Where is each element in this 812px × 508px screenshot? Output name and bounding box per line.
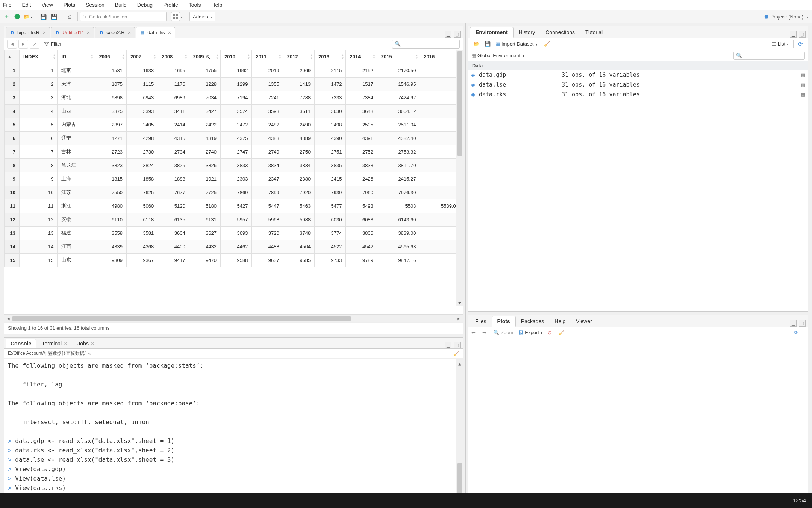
hscroll-thumb[interactable] (12, 316, 351, 321)
menu-build[interactable]: Build (115, 2, 127, 8)
col-id[interactable]: ID▲▼ (58, 50, 95, 64)
menu-debug[interactable]: Debug (137, 2, 153, 8)
new-file-button[interactable]: ＋ (2, 12, 11, 21)
view-table-icon[interactable]: ▦ (801, 91, 805, 98)
save-workspace-icon[interactable]: 💾 (483, 40, 492, 49)
menu-help[interactable]: Help (212, 2, 223, 8)
maximize-pane-icon[interactable]: ▢ (799, 320, 806, 327)
table-row[interactable]: 55内蒙古23972405241424222472248224902498250… (5, 118, 463, 131)
layout-grid-caret[interactable] (181, 14, 183, 20)
close-icon[interactable]: × (64, 341, 67, 347)
row-number-header[interactable]: ▴ (5, 50, 20, 64)
view-table-icon[interactable]: ▦ (801, 81, 805, 88)
tab-viewer[interactable]: Viewer (571, 316, 597, 327)
table-row[interactable]: 44山西337533933411342735743593361136303648… (5, 104, 463, 118)
vscroll-thumb[interactable] (457, 463, 462, 497)
table-hscroll[interactable]: ◄ ► (4, 314, 463, 322)
print-button[interactable]: 🖨 (65, 12, 74, 21)
table-row[interactable]: 88黑龙江38233824382538263833383438343835383… (5, 158, 463, 172)
goto-file-input[interactable]: ↪ Go to file/function (80, 12, 167, 21)
col-2011[interactable]: 2011▲▼ (252, 50, 283, 64)
tab-data-rks[interactable]: ▦ data.rks × (136, 27, 175, 38)
menu-session[interactable]: Session (86, 2, 105, 8)
minimize-pane-icon[interactable]: ▁ (790, 31, 797, 38)
vscroll-down-icon[interactable]: ▼ (456, 301, 463, 305)
console-vscroll[interactable]: ▲▼ (456, 359, 463, 504)
nav-back-button[interactable]: ◄ (7, 40, 17, 49)
col-2007[interactable]: 2007▲▼ (126, 50, 158, 64)
menu-plots[interactable]: Plots (64, 2, 75, 8)
console-output[interactable]: The following objects are masked from ‘p… (4, 359, 463, 504)
refresh-env-icon[interactable]: ⟳ (796, 40, 805, 49)
plot-prev-button[interactable]: ⬅ (471, 330, 477, 335)
hscroll-left-icon[interactable]: ◄ (4, 316, 12, 321)
tab-console[interactable]: Console (6, 339, 36, 348)
addins-button[interactable]: Addins (189, 12, 215, 21)
tab-environment[interactable]: Environment (470, 27, 514, 38)
col-2006[interactable]: 2006▲▼ (95, 50, 126, 64)
col-2014[interactable]: 2014▲▼ (346, 50, 377, 64)
menu-file[interactable]: File (3, 2, 12, 8)
table-row[interactable]: 77吉林272327302734274027472749275027512752… (5, 145, 463, 158)
maximize-pane-icon[interactable]: ▢ (799, 31, 806, 38)
hscroll-right-icon[interactable]: ► (454, 316, 463, 321)
plot-clear-button[interactable]: 🧹 (559, 330, 566, 335)
menu-edit[interactable]: Edit (22, 2, 31, 8)
tab-help[interactable]: Help (549, 316, 571, 327)
save-button[interactable]: 💾 (39, 12, 48, 21)
expand-icon[interactable]: ◉ (471, 81, 477, 88)
minimize-pane-icon[interactable]: ▁ (445, 342, 451, 348)
close-icon[interactable]: × (91, 341, 94, 347)
col-2009[interactable]: 2009▲▼ (189, 50, 220, 64)
tab-files[interactable]: Files (470, 316, 492, 327)
table-row[interactable]: 1010江苏7550762576777725786978997920793979… (5, 186, 463, 199)
plot-refresh-button[interactable]: ⟳ (794, 330, 800, 335)
table-row[interactable]: 1212安徽6110611861356131595759685988603060… (5, 213, 463, 226)
col-2015[interactable]: 2015▲▼ (377, 50, 420, 64)
minimize-pane-icon[interactable]: ▁ (445, 31, 451, 38)
col-index[interactable]: INDEX▲▼ (20, 50, 58, 64)
close-icon[interactable]: × (168, 29, 171, 36)
vscroll-thumb[interactable] (457, 51, 462, 156)
clear-console-icon[interactable]: 🧹 (453, 351, 459, 356)
plot-remove-button[interactable]: ⊘ (548, 330, 553, 335)
new-project-button[interactable]: ⬣ (13, 12, 22, 21)
env-search-input[interactable]: 🔍 (733, 52, 805, 60)
env-item[interactable]: ◉data.gdp31 obs. of 16 variables▦ (468, 70, 808, 80)
table-row[interactable]: 1111浙江4980506051205180542754475463547754… (5, 199, 463, 213)
close-icon[interactable]: × (86, 29, 90, 36)
env-item[interactable]: ◉data.lse31 obs. of 16 variables▦ (468, 80, 808, 90)
popout-button[interactable]: ↗ (30, 40, 39, 49)
col-2010[interactable]: 2010▲▼ (221, 50, 252, 64)
tab-untitled1[interactable]: R Untitled1* × (51, 27, 94, 38)
save-all-button[interactable]: 💾 (49, 12, 58, 21)
maximize-pane-icon[interactable]: ▢ (454, 342, 461, 348)
table-row[interactable]: 1515山东9309936794179470958896379685973397… (5, 253, 463, 267)
close-icon[interactable]: × (128, 29, 131, 36)
tab-bipartite-r[interactable]: R bipartite.R × (6, 27, 50, 38)
menu-tools[interactable]: Tools (189, 2, 201, 8)
plot-export-button[interactable]: 🖼Export (518, 330, 542, 335)
vscroll-up-icon[interactable]: ▲ (456, 359, 463, 369)
env-view-list[interactable]: List (771, 41, 789, 47)
table-row[interactable]: 66辽宁427142984315431943754383438943904391… (5, 131, 463, 145)
col-2008[interactable]: 2008▲▼ (158, 50, 189, 64)
env-item[interactable]: ◉data.rks31 obs. of 16 variables▦ (468, 90, 808, 99)
table-row[interactable]: 1414江西4339436844004432446244884504452245… (5, 240, 463, 253)
tab-connections[interactable]: Connections (540, 27, 580, 38)
col-2013[interactable]: 2013▲▼ (315, 50, 346, 64)
tab-plots[interactable]: Plots (492, 316, 516, 327)
data-search-input[interactable]: 🔍 (392, 40, 460, 49)
menu-profile[interactable]: Profile (163, 2, 178, 8)
table-row[interactable]: 99上海181518581888192123032347238024152426… (5, 172, 463, 186)
tab-jobs[interactable]: Jobs× (73, 339, 99, 348)
table-row[interactable]: 1313福建3558358136043627369337203748377438… (5, 226, 463, 240)
load-workspace-icon[interactable]: 📂 (471, 40, 481, 49)
expand-icon[interactable]: ◉ (471, 91, 477, 98)
view-table-icon[interactable]: ▦ (801, 71, 805, 78)
table-row[interactable]: 11北京158116331695175519622019206921152152… (5, 64, 463, 77)
nav-fwd-button[interactable]: ► (18, 40, 28, 49)
tab-tutorial[interactable]: Tutorial (580, 27, 608, 38)
tab-code2-r[interactable]: R code2.R × (95, 27, 135, 38)
tab-history[interactable]: History (514, 27, 541, 38)
